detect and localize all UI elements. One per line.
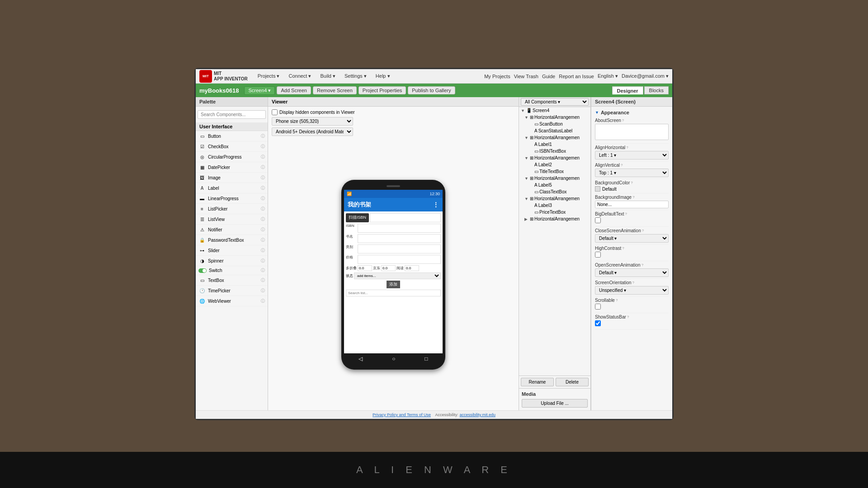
palette-item-webviewer[interactable]: 🌐 WebViewer ⓘ (196, 296, 268, 306)
phone-status-dropdown[interactable]: add items... (354, 272, 441, 279)
bgimage-info-icon[interactable]: ? (632, 195, 634, 199)
phone-category-input[interactable] (358, 244, 441, 253)
scrollable-checkbox[interactable] (595, 304, 601, 310)
palette-item-datepicker[interactable]: ▦ DatePicker ⓘ (196, 162, 268, 173)
screen-selector-btn[interactable]: Screen4 ▾ (244, 86, 275, 95)
closescreenanim-select[interactable]: Default ▾ (595, 234, 669, 243)
palette-item-label[interactable]: A Label ⓘ (196, 183, 268, 193)
bigdefaulttext-checkbox[interactable] (595, 217, 601, 223)
palette-item-notifier[interactable]: ⚠ Notifier ⓘ (196, 225, 268, 235)
palette-item-checkbox[interactable]: ☑ CheckBox ⓘ (196, 141, 268, 152)
palette-item-textbox[interactable]: ▭ TextBox ⓘ (196, 275, 268, 286)
slider-info-icon[interactable]: ⓘ (261, 248, 265, 253)
palette-item-image[interactable]: 🖼 Image ⓘ (196, 173, 268, 183)
alignvertical-info-icon[interactable]: ? (621, 163, 623, 167)
openscreenanim-info-icon[interactable]: ? (642, 263, 643, 267)
tree-item-label2[interactable]: A Label2 (519, 161, 590, 168)
palette-item-listview[interactable]: ☰ ListView ⓘ (196, 214, 268, 225)
palette-item-linearprogress[interactable]: ▬ LinearProgress ⓘ (196, 193, 268, 204)
checkbox-info-icon[interactable]: ⓘ (261, 144, 265, 150)
tree-item-harr2[interactable]: ▼ ⊞ HorizontalArrangemen (519, 134, 590, 141)
privacy-link[interactable]: Privacy Policy and Terms of Use (373, 413, 431, 417)
phone-home-icon[interactable]: ○ (392, 356, 395, 362)
tree-item-harr4[interactable]: ▼ ⊞ HorizontalArrangemen (519, 175, 590, 182)
tree-item-label5[interactable]: A Label5 (519, 182, 590, 188)
alignhorizontal-info-icon[interactable]: ? (626, 145, 628, 150)
button-info-icon[interactable]: ⓘ (261, 133, 265, 139)
tree-item-harr3[interactable]: ▼ ⊞ HorizontalArrangemen (519, 155, 590, 161)
closescreenanim-info-icon[interactable]: ? (642, 229, 644, 233)
datepicker-info-icon[interactable]: ⓘ (261, 164, 265, 170)
add-screen-btn[interactable]: Add Screen (277, 86, 311, 94)
phone-recent-icon[interactable]: □ (425, 356, 428, 362)
tree-item-pricetextbox[interactable]: ▭ PriceTextBox (519, 209, 590, 216)
showstatusbar-checkbox[interactable] (595, 320, 601, 326)
designer-btn[interactable]: Designer (612, 86, 643, 94)
phone-back-icon[interactable]: ◁ (359, 356, 363, 362)
tree-item-scanstatus[interactable]: A ScanStatusLabel (519, 127, 590, 134)
report-issue-link[interactable]: Report an Issue (559, 74, 594, 79)
all-components-select[interactable]: All Components ▾ (521, 98, 589, 106)
tree-item-label1[interactable]: A Label1 (519, 141, 590, 148)
blocks-btn[interactable]: Blocks (644, 86, 669, 94)
palette-item-passwordtextbox[interactable]: 🔒 PasswordTextBox ⓘ (196, 235, 268, 245)
phone-field2-input[interactable] (381, 265, 396, 271)
hidden-components-checkbox[interactable] (272, 109, 278, 115)
circularprogress-info-icon[interactable]: ⓘ (261, 154, 265, 160)
view-trash-link[interactable]: View Trash (514, 74, 538, 79)
palette-item-switch[interactable]: Switch ⓘ (196, 266, 268, 275)
palette-item-listpicker[interactable]: ≡ ListPicker ⓘ (196, 204, 268, 214)
aboutscreen-info-icon[interactable]: ? (622, 118, 624, 122)
tree-item-scanbtn[interactable]: ▭ ScanButton (519, 121, 590, 127)
phone-field1-input[interactable] (358, 265, 372, 271)
highcontrast-info-icon[interactable]: ? (622, 246, 624, 250)
phone-isbn-scan-input[interactable] (370, 213, 441, 222)
guide-link[interactable]: Guide (542, 74, 555, 79)
passwordtextbox-info-icon[interactable]: ⓘ (261, 237, 265, 243)
tree-item-isbntextbox[interactable]: ▭ ISBNTextBox (519, 148, 590, 155)
remove-screen-btn[interactable]: Remove Screen (313, 86, 357, 94)
alignhorizontal-select[interactable]: Left : 1 ▾ (595, 151, 669, 160)
bgcolor-value[interactable]: Default (595, 186, 669, 192)
linearprogress-info-icon[interactable]: ⓘ (261, 196, 265, 202)
tree-item-titletextbox[interactable]: ▭ TitleTextBox (519, 168, 590, 175)
palette-item-spinner[interactable]: ◑ Spinner ⓘ (196, 256, 268, 266)
spinner-info-icon[interactable]: ⓘ (261, 258, 265, 264)
connect-menu-btn[interactable]: Connect ▾ (286, 72, 314, 80)
rename-btn[interactable]: Rename (521, 378, 554, 386)
settings-menu-btn[interactable]: Settings ▾ (342, 72, 369, 80)
tree-item-label3[interactable]: A Label3 (519, 202, 590, 209)
account-menu[interactable]: Davice@gmail.com ▾ (622, 73, 669, 79)
phone-field3-input[interactable] (405, 265, 419, 271)
upload-file-btn[interactable]: Upload File ... (522, 399, 588, 408)
project-properties-btn[interactable]: Project Properties (359, 86, 406, 94)
tree-item-classtextbox[interactable]: ▭ ClassTextBox (519, 188, 590, 195)
openscreenanim-select[interactable]: Default ▾ (595, 268, 669, 277)
tree-item-harr6[interactable]: ▶ ⊞ HorizontalArrangemen (519, 216, 590, 222)
build-menu-btn[interactable]: Build ▾ (317, 72, 338, 80)
palette-item-timepicker[interactable]: 🕐 TimePicker ⓘ (196, 286, 268, 296)
listview-info-icon[interactable]: ⓘ (261, 216, 265, 222)
phone-scan-btn[interactable]: 扫描ISBN (346, 213, 369, 222)
publish-gallery-btn[interactable]: Publish to Gallery (408, 86, 455, 94)
my-projects-link[interactable]: My Projects (484, 74, 510, 79)
alignvertical-select[interactable]: Top : 1 ▾ (595, 169, 669, 177)
accessibility-link[interactable]: accessibility.mit.edu (460, 413, 495, 417)
textbox-info-icon[interactable]: ⓘ (261, 277, 265, 283)
aboutscreen-input[interactable] (595, 124, 669, 140)
android-version-select[interactable]: Android 5+ Devices (Android Material) (272, 127, 353, 136)
tree-item-screen4[interactable]: ▼ 📱 Screen4 (519, 107, 590, 114)
notifier-info-icon[interactable]: ⓘ (261, 227, 265, 233)
projects-menu-btn[interactable]: Projects ▾ (255, 72, 283, 80)
phone-price-input[interactable] (358, 255, 441, 264)
image-info-icon[interactable]: ⓘ (261, 175, 265, 181)
help-menu-btn[interactable]: Help ▾ (373, 72, 393, 80)
listpicker-info-icon[interactable]: ⓘ (261, 206, 265, 212)
delete-btn[interactable]: Delete (556, 378, 589, 386)
timepicker-info-icon[interactable]: ⓘ (261, 288, 265, 294)
bigdefaulttext-info-icon[interactable]: ? (625, 212, 627, 216)
tree-item-harr5[interactable]: ▼ ⊞ HorizontalArrangemen (519, 195, 590, 202)
switch-info-icon[interactable]: ⓘ (261, 267, 265, 273)
phone-size-select[interactable]: Phone size (505,320) (272, 117, 353, 126)
palette-item-button[interactable]: ▭ Button ⓘ (196, 131, 268, 141)
